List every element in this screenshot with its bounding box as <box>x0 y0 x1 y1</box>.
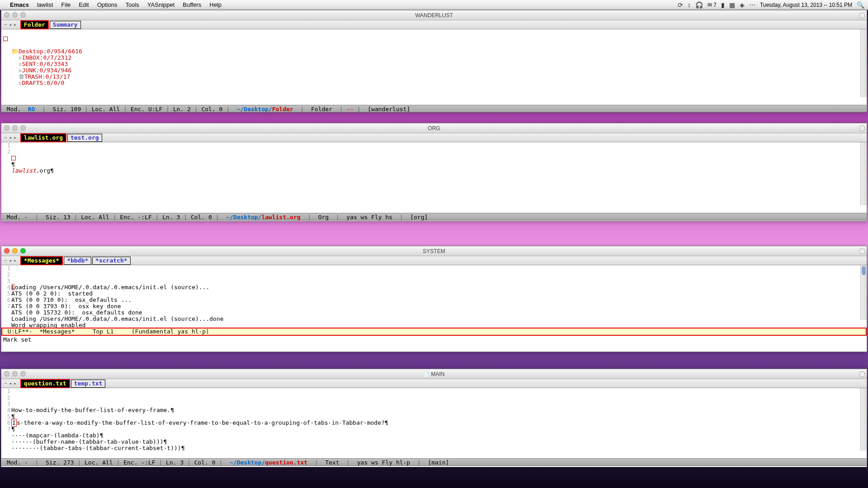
dropbox-icon[interactable]: ⟳ <box>678 1 683 9</box>
folder-sent[interactable]: SENT:0/0/3343 <box>22 61 68 67</box>
tab-test-org[interactable]: test.org <box>67 134 102 142</box>
sync-icon[interactable]: ↕ <box>688 1 691 9</box>
tab-summary[interactable]: Summary <box>50 21 81 29</box>
tab-temp-txt[interactable]: temp.txt <box>71 380 106 388</box>
minimize-button[interactable] <box>12 248 18 253</box>
modeline-main: Mod. - | Siz. 273 | Loc. All | Enc. -:LF… <box>1 458 867 466</box>
tabbar-nav[interactable]: −◂▸ <box>3 135 18 141</box>
msg-line: ATS (0 0 2 0): started <box>11 290 93 297</box>
tabbar-system: −◂▸ *Messages* *bbdb* *scratch* <box>1 256 867 265</box>
tabbar-wanderlust: −◂▸ Folder Summary <box>1 20 867 29</box>
msg-line: ATS (0 0 15732 0): osx_defaults done <box>11 309 142 316</box>
tab-question-txt[interactable]: question.txt <box>20 379 70 388</box>
cursor-indicator <box>3 37 8 41</box>
menu-item-file[interactable]: File <box>61 1 71 8</box>
folder-trash[interactable]: TRASH:0/13/17 <box>24 73 71 80</box>
buffer-folder[interactable]: 📁Desktop:0/954/6616 ▫INBOX:0/7/2312 ▫SEN… <box>1 29 867 105</box>
titlebar-wanderlust[interactable]: WANDERLUST <box>1 10 867 20</box>
text-line: How·to·modify·the·buffer-list·of·every·f… <box>11 407 174 413</box>
msg-line: Loading /Users/HOME/.0.data/.0.emacs/ini… <box>11 315 224 322</box>
traffic-lights[interactable] <box>4 12 26 18</box>
resize-grip-icon[interactable] <box>859 126 865 131</box>
menu-item-buffers[interactable]: Buffers <box>183 1 201 8</box>
tabbar-org: −◂▸ lawlist.org test.org <box>1 133 867 142</box>
close-button[interactable] <box>4 248 9 253</box>
zoom-button[interactable] <box>20 12 26 18</box>
menu-extra-icon[interactable]: ⋯ <box>749 1 755 9</box>
text-line: ¶ <box>11 426 15 432</box>
cursor-indicator <box>11 156 16 160</box>
close-button[interactable] <box>4 125 9 131</box>
menu-item-tools[interactable]: Tools <box>126 1 139 8</box>
text-line: s·there·a·way·to·modify·the·buffer-list·… <box>17 419 388 426</box>
spotlight-icon[interactable]: 🔍 <box>857 1 864 9</box>
title-text: SYSTEM <box>423 248 445 254</box>
titlebar-system[interactable]: SYSTEM <box>1 246 867 256</box>
titlebar-org[interactable]: ORG <box>1 123 867 133</box>
display-icon[interactable]: ▦ <box>729 1 735 9</box>
clock[interactable]: Tuesday, August 13, 2013 -- 10:51 PM <box>760 2 852 8</box>
msg-line: ATS (0 0 710 0): osx_defaults ... <box>11 296 132 303</box>
tab-folder[interactable]: Folder <box>20 20 49 29</box>
folder-drafts[interactable]: DRAFTS:0/0/0 <box>22 80 64 86</box>
zoom-button[interactable] <box>20 248 26 253</box>
battery-icon[interactable]: ▮ <box>721 1 725 9</box>
frame-org: ORG −◂▸ lawlist.org test.org 1 2 ¶ lawli… <box>1 123 867 221</box>
tabbar-nav[interactable]: −◂▸ <box>3 380 18 386</box>
traffic-lights[interactable] <box>4 371 26 376</box>
minimize-button[interactable] <box>12 125 18 131</box>
minimize-button[interactable] <box>12 371 18 376</box>
title-text: MAIN <box>431 371 445 377</box>
scrollbar[interactable] <box>860 29 867 97</box>
title-text: WANDERLUST <box>415 12 453 19</box>
tabbar-nav[interactable]: −◂▸ <box>3 258 18 263</box>
menu-item-help[interactable]: Help <box>209 1 222 8</box>
menu-item-edit[interactable]: Edit <box>79 1 89 8</box>
traffic-lights[interactable] <box>4 125 26 131</box>
scrollbar[interactable] <box>860 388 867 450</box>
text-line: ········(tabbar-tabs·(tabbar-current-tab… <box>11 445 185 451</box>
mail-icon[interactable]: ✉ 7 <box>708 2 717 8</box>
mac-menubar: Emacs lawlist File Edit Options Tools YA… <box>0 0 868 10</box>
msg-line: oading /Users/HOME/.0.data/.0.emacs/init… <box>15 284 209 291</box>
wifi-icon[interactable]: ◈ <box>740 1 745 9</box>
minimize-button[interactable] <box>12 12 18 18</box>
folder-desktop[interactable]: Desktop:0/954/6616 <box>19 48 82 55</box>
title-text: ORG <box>428 125 440 131</box>
modeline-wanderlust: Mod. RO | Siz. 109 | Loc. All | Enc. U:L… <box>1 105 867 113</box>
app-name[interactable]: Emacs <box>10 1 29 8</box>
zoom-button[interactable] <box>20 371 26 376</box>
menu-item-yasnippet[interactable]: YASnippet <box>147 1 175 8</box>
resize-grip-icon[interactable] <box>859 13 865 18</box>
tab-messages[interactable]: *Messages* <box>20 256 63 265</box>
buffer-org[interactable]: 1 2 ¶ lawlist.org¶ <box>1 142 867 213</box>
folder-junk[interactable]: JUNK:0/934/946 <box>22 67 71 74</box>
tabbar-nav[interactable]: −◂▸ <box>3 22 18 28</box>
buffer-messages[interactable]: 1 2 3 4 5 6 7 Loading /Users/HOME/.0.dat… <box>1 265 867 328</box>
scrollbar[interactable] <box>860 265 867 320</box>
titlebar-main[interactable]: 📄 MAIN <box>1 369 867 379</box>
close-button[interactable] <box>4 371 9 376</box>
menubar-right: ⟳ ↕ 🎧 ✉ 7 ▮ ▦ ◈ ⋯ Tuesday, August 13, 20… <box>678 1 864 9</box>
frame-main: 📄 MAIN −◂▸ question.txt temp.txt 1 2 3 4… <box>1 369 867 467</box>
text-line: ····(mapcar·(lambda·(tab)¶ <box>11 432 104 439</box>
tab-lawlist-org[interactable]: lawlist.org <box>20 133 66 142</box>
buffer-question[interactable]: 1 2 3 4 5 6 7 How·to·modify·the·buffer-l… <box>1 388 867 458</box>
menu-item-options[interactable]: Options <box>97 1 118 8</box>
traffic-lights[interactable] <box>4 248 26 253</box>
menu-item-lawlist[interactable]: lawlist <box>37 1 53 8</box>
close-button[interactable] <box>4 12 9 18</box>
tabbar-main: −◂▸ question.txt temp.txt <box>1 379 867 388</box>
frame-wanderlust: WANDERLUST −◂▸ Folder Summary 📁Desktop:0… <box>1 10 867 111</box>
line-numbers: 1 2 3 4 5 6 7 <box>1 388 10 432</box>
resize-grip-icon[interactable] <box>859 371 865 377</box>
msg-line: ATS (0 0 3793 0): osx key done <box>11 303 121 310</box>
folder-inbox[interactable]: INBOX:0/7/2312 <box>22 54 71 61</box>
tab-bbdb[interactable]: *bbdb* <box>64 257 91 265</box>
headphones-icon[interactable]: 🎧 <box>695 1 703 9</box>
modeline-org: Mod. - | Siz. 13 | Loc. All | Enc. -:LF … <box>1 213 867 221</box>
zoom-button[interactable] <box>20 125 26 131</box>
resize-grip-icon[interactable] <box>859 249 865 254</box>
tab-scratch[interactable]: *scratch* <box>92 257 130 265</box>
scrollbar[interactable] <box>860 142 867 205</box>
